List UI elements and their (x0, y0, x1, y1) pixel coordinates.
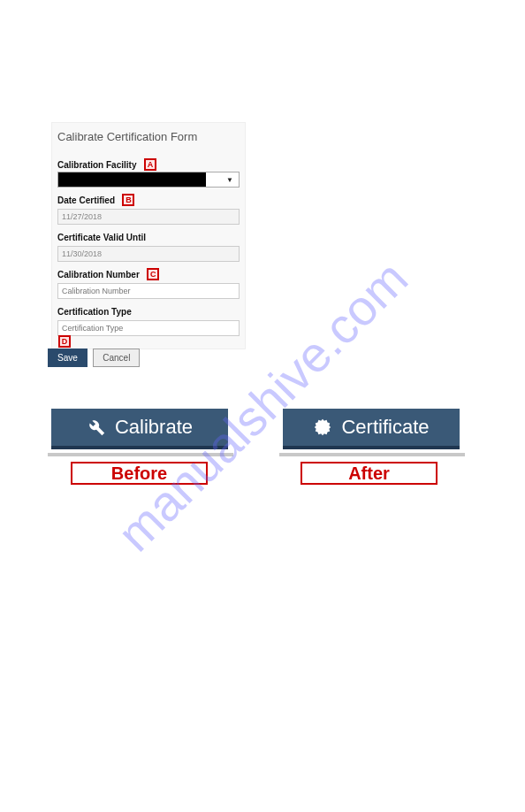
underline-left (48, 453, 233, 456)
chevron-down-icon: ▼ (226, 176, 233, 184)
wrench-icon (87, 417, 106, 437)
calibrate-cert-form: Calibrate Certification Form Calibration… (51, 122, 246, 349)
certificate-tab-label: Certificate (341, 416, 429, 439)
cert-type-label: Certification Type (57, 307, 132, 317)
valid-until-input[interactable] (57, 246, 240, 262)
underline-right (279, 453, 465, 456)
cal-number-label: Calibration Number (57, 270, 140, 280)
valid-until-label: Certificate Valid Until (57, 233, 146, 242)
date-certified-input[interactable] (57, 209, 240, 225)
cancel-button[interactable]: Cancel (93, 349, 140, 367)
cert-type-input[interactable] (57, 320, 240, 336)
facility-select[interactable]: ▼ (57, 172, 240, 188)
save-button[interactable]: Save (48, 349, 88, 367)
calibrate-tab-label: Calibrate (115, 416, 193, 439)
form-buttons: Save Cancel (48, 349, 141, 367)
marker-d: D (58, 335, 71, 348)
facility-redacted (58, 172, 206, 187)
cal-number-input[interactable] (57, 283, 240, 299)
before-label: Before (71, 462, 208, 485)
calibrate-tab[interactable]: Calibrate (51, 409, 228, 449)
date-certified-label: Date Certified (57, 195, 115, 205)
facility-label: Calibration Facility (57, 160, 136, 170)
marker-b: B (122, 194, 134, 206)
certificate-tab[interactable]: Certificate (283, 409, 460, 449)
marker-a: A (144, 158, 156, 171)
marker-c: C (147, 268, 159, 280)
form-title: Calibrate Certification Form (57, 130, 240, 143)
seal-icon (313, 417, 332, 437)
after-label: After (301, 462, 438, 485)
